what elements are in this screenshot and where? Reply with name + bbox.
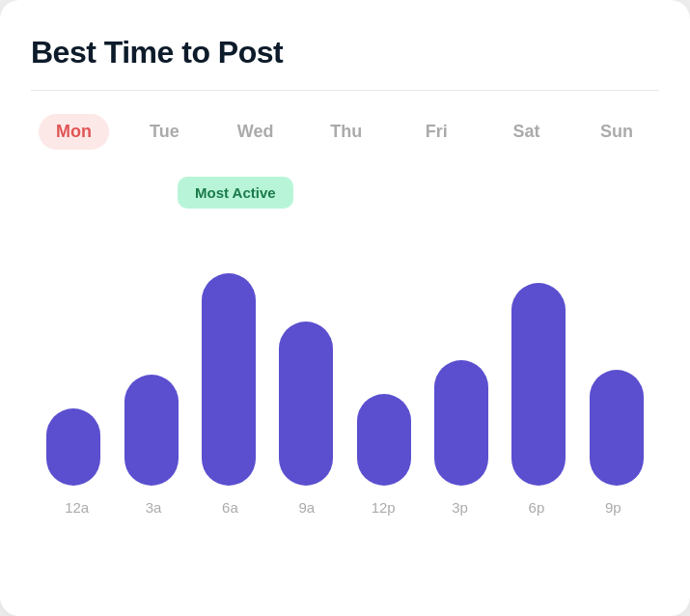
day-tab-tue[interactable]: Tue — [129, 114, 199, 150]
bar-wrapper-12p — [349, 394, 419, 486]
day-tabs-container: MonTueWedThuFriSatSun — [31, 114, 659, 150]
bars-container — [31, 177, 659, 486]
bar-wrapper-3a — [116, 375, 185, 486]
time-label-9p: 9p — [575, 499, 651, 516]
bar-6p[interactable] — [511, 283, 566, 486]
bar-3a[interactable] — [124, 375, 179, 486]
time-label-12a: 12a — [39, 499, 115, 516]
bar-wrapper-6a — [194, 273, 263, 486]
bar-wrapper-9p — [582, 370, 651, 486]
bar-3p[interactable] — [434, 360, 488, 486]
day-tab-fri[interactable]: Fri — [401, 114, 471, 150]
day-tab-sun[interactable]: Sun — [582, 114, 651, 150]
divider — [31, 90, 659, 91]
time-label-6p: 6p — [498, 499, 574, 516]
bar-wrapper-6p — [504, 283, 573, 486]
time-label-3p: 3p — [422, 499, 498, 516]
day-tab-wed[interactable]: Wed — [220, 114, 291, 150]
day-tab-sat[interactable]: Sat — [492, 114, 562, 150]
day-tab-mon[interactable]: Mon — [39, 114, 109, 150]
best-time-card: Best Time to Post MonTueWedThuFriSatSun … — [0, 0, 690, 616]
time-label-12p: 12p — [345, 499, 422, 516]
chart-area: Most Active 12a3a6a9a12p3p6p9p — [31, 177, 659, 589]
bar-9a[interactable] — [279, 322, 333, 486]
most-active-badge: Most Active — [178, 177, 293, 209]
bar-12p[interactable] — [357, 394, 411, 486]
time-label-6a: 6a — [192, 499, 268, 516]
bar-9p[interactable] — [590, 370, 644, 486]
time-labels: 12a3a6a9a12p3p6p9p — [31, 486, 659, 516]
time-label-3a: 3a — [115, 499, 191, 516]
page-title: Best Time to Post — [31, 35, 659, 70]
bar-wrapper-3p — [427, 360, 496, 486]
time-label-9a: 9a — [268, 499, 345, 516]
bar-12a[interactable] — [46, 408, 100, 486]
bar-wrapper-12a — [39, 408, 108, 486]
bar-wrapper-9a — [271, 322, 341, 486]
bar-6a[interactable] — [202, 273, 256, 486]
day-tab-thu[interactable]: Thu — [312, 114, 381, 150]
